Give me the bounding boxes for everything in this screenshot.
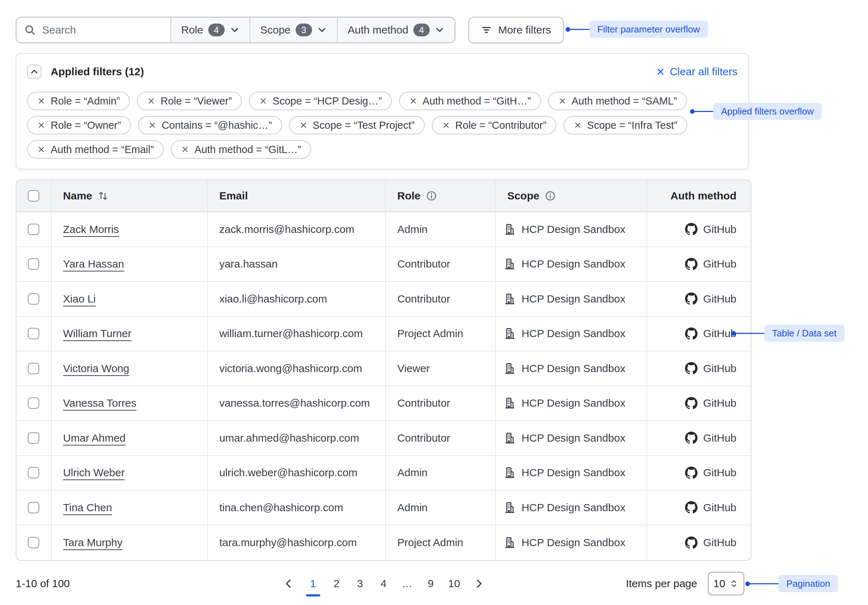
name-cell: Vanessa Torres <box>52 386 208 420</box>
search-input[interactable] <box>41 23 163 36</box>
remove-filter-icon[interactable] <box>37 97 46 105</box>
user-name-link[interactable]: Tina Chen <box>63 501 112 513</box>
collapse-applied-filters-button[interactable] <box>27 65 41 79</box>
filter-chip[interactable]: Role = “Viewer” <box>137 92 242 110</box>
header-email: Email <box>208 180 386 211</box>
user-name-link[interactable]: Victoria Wong <box>63 362 129 375</box>
name-cell: Victoria Wong <box>52 351 208 386</box>
row-checkbox[interactable] <box>28 258 39 270</box>
user-name-link[interactable]: Xiao Li <box>63 293 96 305</box>
page-number-button[interactable]: 3 <box>350 571 370 596</box>
row-checkbox[interactable] <box>28 224 39 235</box>
filter-chip[interactable]: Role = “Admin” <box>27 92 130 110</box>
user-email: william.turner@hashicorp.com <box>219 327 363 340</box>
clear-all-filters-button[interactable]: Clear all filters <box>656 66 738 78</box>
user-name-link[interactable]: Yara Hassan <box>63 258 124 270</box>
user-email: vanessa.torres@hashicorp.com <box>219 397 370 409</box>
row-checkbox[interactable] <box>28 328 39 339</box>
next-page-button[interactable] <box>470 575 487 592</box>
filter-chip[interactable]: Scope = “Infra Test” <box>563 116 687 135</box>
scope-cell: HCP Design Sandbox <box>496 526 647 560</box>
scope-cell: HCP Design Sandbox <box>496 456 647 490</box>
remove-filter-icon[interactable] <box>409 97 418 105</box>
auth-method-cell: GitHub <box>647 212 751 247</box>
filter-dropdown[interactable]: Scope 3 <box>250 17 337 42</box>
user-name-link[interactable]: Zack Morris <box>63 223 119 236</box>
user-name-link[interactable]: Vanessa Torres <box>63 397 136 409</box>
role-cell: Contributor <box>386 421 496 455</box>
row-checkbox[interactable] <box>28 397 39 409</box>
page-number-button[interactable]: 2 <box>326 571 347 596</box>
filter-chip[interactable]: Auth method = “GitH…” <box>399 92 541 110</box>
sort-icon[interactable] <box>98 190 109 202</box>
page-number-button[interactable]: 4 <box>374 571 394 596</box>
table-row: Victoria Wong victoria.wong@hashicorp.co… <box>16 351 751 386</box>
email-cell: umar.ahmed@hashicorp.com <box>208 421 386 455</box>
applied-filters-title: Applied filters (12) <box>51 66 144 78</box>
row-checkbox[interactable] <box>28 467 39 478</box>
remove-filter-icon[interactable] <box>442 121 450 129</box>
filter-chip[interactable]: Contains = “@hashic…” <box>138 116 282 135</box>
name-cell: William Turner <box>52 317 208 351</box>
table-row: Ulrich Weber ulrich.weber@hashicorp.com … <box>16 456 751 491</box>
remove-filter-icon[interactable] <box>181 145 189 154</box>
previous-page-button[interactable] <box>280 575 297 592</box>
github-icon <box>685 537 698 549</box>
user-name-link[interactable]: Ulrich Weber <box>63 467 125 479</box>
user-name-link[interactable]: Umar Ahmed <box>63 432 126 444</box>
filter-chip[interactable]: Scope = “HCP Desig…” <box>249 92 392 110</box>
more-filters-button[interactable]: More filters <box>468 17 564 43</box>
filter-chip[interactable]: Auth method = “GitL…” <box>171 140 311 159</box>
remove-filter-icon[interactable] <box>558 97 567 105</box>
page-number-button[interactable]: 10 <box>444 571 465 596</box>
filter-chip-label: Contains = “@hashic…” <box>161 119 272 131</box>
user-scope: HCP Design Sandbox <box>521 327 625 340</box>
remove-filter-icon[interactable] <box>259 97 267 105</box>
items-per-page-select[interactable]: 10 <box>708 572 744 596</box>
remove-filter-icon[interactable] <box>147 97 155 105</box>
remove-filter-icon[interactable] <box>299 121 308 129</box>
building-icon <box>504 397 516 409</box>
filter-chip[interactable]: Scope = “Test Project” <box>289 116 425 135</box>
github-icon <box>685 258 698 270</box>
remove-filter-icon[interactable] <box>37 121 46 129</box>
user-name-link[interactable]: William Turner <box>63 327 132 340</box>
filter-chip[interactable]: Auth method = “Email” <box>27 140 164 159</box>
remove-filter-icon[interactable] <box>148 121 157 129</box>
row-checkbox[interactable] <box>28 537 39 548</box>
filter-chip[interactable]: Role = “Owner” <box>27 116 131 135</box>
table-body: Zack Morris zack.morris@hashicorp.com Ad… <box>16 212 751 560</box>
callout-pagination: Pagination <box>746 575 838 592</box>
search-box[interactable] <box>16 17 170 42</box>
page-number-button[interactable]: 1 <box>303 571 324 596</box>
select-all-checkbox[interactable] <box>28 190 39 202</box>
info-icon[interactable] <box>545 191 556 201</box>
info-icon[interactable] <box>426 191 437 201</box>
user-scope: HCP Design Sandbox <box>521 537 625 549</box>
remove-filter-icon[interactable] <box>574 121 582 129</box>
row-checkbox[interactable] <box>28 293 39 305</box>
applied-filter-chips: Role = “Admin” Role = “Viewer” S <box>27 92 738 159</box>
user-auth-method: GitHub <box>703 223 736 236</box>
row-checkbox[interactable] <box>28 363 39 374</box>
user-email: ulrich.weber@hashicorp.com <box>219 467 357 479</box>
filter-dropdown[interactable]: Role 4 <box>170 17 250 42</box>
filter-chip[interactable]: Auth method = “SAML” <box>548 92 687 110</box>
callout-filter-overflow: Filter parameter overflow <box>566 21 708 38</box>
row-checkbox[interactable] <box>28 432 39 444</box>
user-role: Contributor <box>397 293 450 305</box>
stepper-icon <box>729 579 739 589</box>
name-cell: Umar Ahmed <box>52 421 208 455</box>
header-name[interactable]: Name <box>52 180 208 211</box>
auth-method-cell: GitHub <box>647 421 751 455</box>
filter-dropdown[interactable]: Auth method 4 <box>337 17 455 42</box>
remove-filter-icon[interactable] <box>37 145 46 154</box>
page-number-button[interactable]: 9 <box>420 571 441 596</box>
scope-cell: HCP Design Sandbox <box>496 421 647 455</box>
chip-row: Role = “Admin” Role = “Viewer” S <box>27 92 738 110</box>
filter-chip[interactable]: Role = “Contributor” <box>432 116 556 135</box>
row-checkbox[interactable] <box>28 502 39 513</box>
user-auth-method: GitHub <box>703 467 736 479</box>
user-name-link[interactable]: Tara Murphy <box>63 537 122 549</box>
role-cell: Contributor <box>386 247 496 281</box>
